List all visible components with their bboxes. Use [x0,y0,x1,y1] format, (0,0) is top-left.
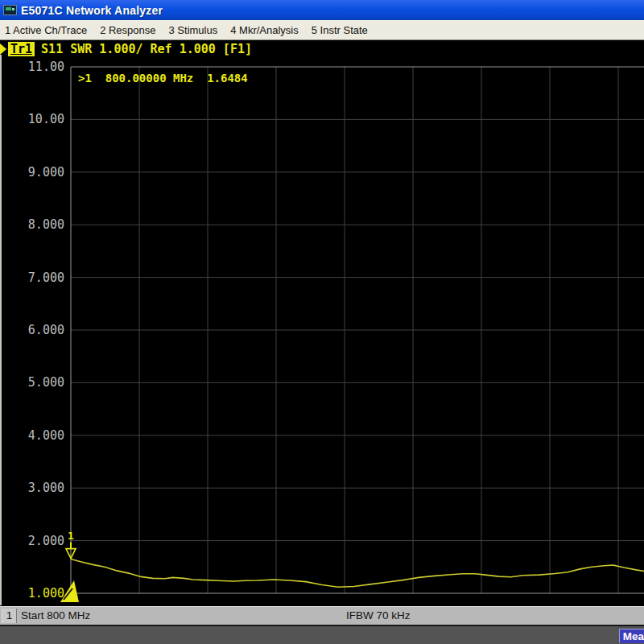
y-axis-label: 1.000 [21,586,64,601]
svg-text:1: 1 [68,530,74,542]
softkey-menu-title[interactable]: Mea [619,629,644,643]
start-frequency-text: Start 800 MHz [21,609,90,621]
menu-item-3[interactable]: 3 Stimulus [163,24,225,36]
menu-item-1[interactable]: 1 Active Ch/Trace [0,24,93,36]
graticule-grid [71,67,644,593]
plot-area[interactable]: 1 [0,40,644,606]
y-axis-label: 6.000 [21,323,64,337]
analyzer-screen: Tr1 S11 SWR 1.000/ Ref 1.000 [F1] 1 >1 8… [0,40,644,606]
menu-item-4[interactable]: 4 Mkr/Analysis [224,24,305,36]
y-axis-label: 5.000 [21,375,64,390]
y-axis-label: 8.000 [21,217,64,232]
y-axis-label: 2.000 [21,534,64,548]
window-titlebar: E5071C Network Analyzer [0,0,644,20]
channel-number-badge: 1 [2,609,17,623]
ifbw-text: IFBW 70 kHz [346,609,411,621]
menu-item-2[interactable]: 2 Response [93,24,162,36]
app-icon [3,5,17,15]
marker-readout: >1 800.00000 MHz 1.6484 [78,72,248,85]
y-axis-label: 9.000 [21,165,64,180]
status-bar: 1 Start 800 MHz IFBW 70 kHz [0,606,644,625]
swr-trace [71,559,644,588]
y-axis-label: 7.000 [21,270,64,285]
menu-bar: 1 Active Ch/Trace2 Response3 Stimulus4 M… [0,20,644,40]
y-axis-label: 3.000 [21,481,64,495]
bottom-strip: Mea [0,625,644,644]
menu-item-5[interactable]: 5 Instr State [305,24,374,36]
window-title: E5071C Network Analyzer [21,4,163,17]
y-axis-label: 10.00 [21,112,64,126]
y-axis-label: 11.00 [21,60,64,74]
y-axis-label: 4.000 [21,428,64,443]
